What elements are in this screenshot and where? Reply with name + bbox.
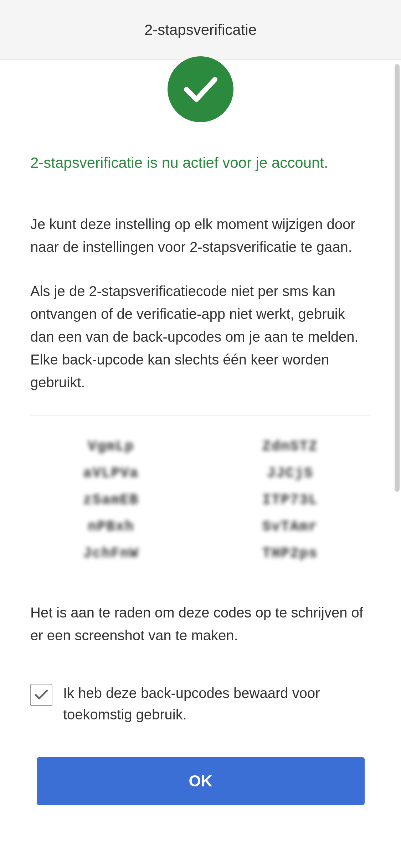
success-icon-wrapper: [30, 56, 371, 122]
backup-code: THP2ps: [210, 546, 371, 562]
description-paragraph-2: Als je de 2-stapsverificatiecode niet pe…: [30, 280, 371, 394]
main-content: 2-stapsverificatie is nu actief voor je …: [0, 56, 401, 805]
confirmation-checkbox-label: Ik heb deze back-upcodes bewaard voor to…: [63, 682, 371, 725]
success-message: 2-stapsverificatie is nu actief voor je …: [30, 153, 371, 174]
backup-code: VgmLp: [30, 439, 192, 455]
backup-code: ZdnSTZ: [210, 439, 371, 455]
confirmation-checkbox-row: Ik heb deze back-upcodes bewaard voor to…: [30, 682, 371, 725]
backup-code: nPBxh: [30, 519, 192, 535]
checkmark-icon: [34, 689, 48, 701]
description-paragraph-1: Je kunt deze instelling op elk moment wi…: [30, 213, 371, 258]
backup-code: SvTAmr: [210, 519, 371, 535]
backup-code: ITP73L: [210, 492, 371, 508]
backup-code: JJCjS: [210, 465, 371, 481]
backup-code: zSamEB: [30, 492, 192, 508]
confirmation-checkbox[interactable]: [30, 684, 52, 706]
divider-bottom: [30, 585, 371, 585]
page-header: 2-stapsverificatie: [0, 0, 401, 60]
success-checkmark-icon: [168, 56, 233, 122]
page-title: 2-stapsverificatie: [144, 21, 257, 38]
backup-code: JchFnW: [30, 546, 192, 562]
backup-codes-grid: VgmLp ZdnSTZ aVLPVa JJCjS zSamEB ITP73L …: [30, 432, 371, 569]
divider-top: [30, 415, 371, 415]
ok-button[interactable]: OK: [37, 757, 365, 805]
recommendation-text: Het is aan te raden om deze codes op te …: [30, 601, 371, 647]
backup-code: aVLPVa: [30, 465, 192, 481]
